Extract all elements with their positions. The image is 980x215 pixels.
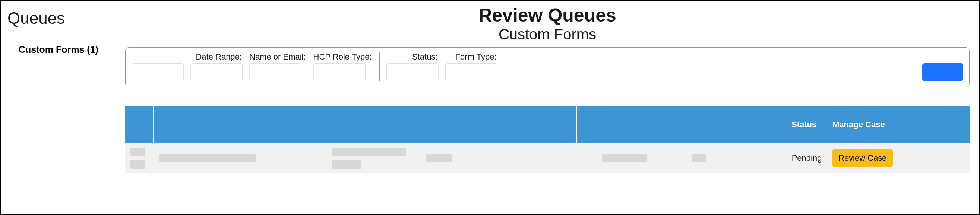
- td-status-value: Pending: [786, 143, 827, 173]
- th-col-9: [597, 106, 686, 143]
- redacted-value: [130, 148, 145, 156]
- table-row: Pending Review Case: [125, 143, 970, 173]
- td-col-6: [464, 143, 541, 173]
- status-input[interactable]: [387, 63, 439, 81]
- filter-group-right: Status: Form Type:: [380, 52, 498, 81]
- review-case-button[interactable]: Review Case: [832, 149, 893, 168]
- filter-form-type: Form Type:: [445, 52, 498, 81]
- sidebar-item-custom-forms[interactable]: Custom Forms (1): [8, 44, 115, 55]
- filter-date-from: [132, 52, 184, 81]
- th-col-11: [746, 106, 786, 143]
- label-spacer: [132, 52, 184, 62]
- td-col-4: [326, 143, 421, 173]
- td-col-2: [154, 143, 295, 173]
- page-title: Review Queues: [125, 5, 970, 26]
- sidebar-title: Queues: [8, 9, 115, 33]
- td-col-1: [125, 143, 154, 173]
- date-from-input[interactable]: [132, 63, 184, 81]
- filter-group-left: Date Range: Name or Email: HCP Role Type…: [132, 52, 380, 81]
- redacted-value: [426, 154, 452, 162]
- td-col-9: [597, 143, 686, 173]
- td-col-3: [295, 143, 326, 173]
- redacted-value: [692, 154, 706, 162]
- form-type-input[interactable]: [445, 63, 498, 81]
- date-range-label: Date Range:: [191, 52, 243, 62]
- name-email-input[interactable]: [249, 63, 301, 81]
- redacted-value: [130, 160, 145, 169]
- td-col-11: [746, 143, 786, 173]
- th-col-6: [464, 106, 541, 143]
- td-col-10: [686, 143, 746, 173]
- main-content: Review Queues Custom Forms Date Range: N…: [121, 2, 978, 213]
- form-type-label: Form Type:: [445, 52, 498, 62]
- sidebar: Queues Custom Forms (1): [2, 2, 121, 213]
- th-status: Status: [786, 106, 827, 143]
- td-col-7: [541, 143, 577, 173]
- filter-status: Status:: [387, 52, 439, 81]
- date-to-input[interactable]: [191, 63, 243, 81]
- th-col-7: [541, 106, 577, 143]
- filter-name-email: Name or Email:: [249, 52, 307, 81]
- th-col-3: [295, 106, 326, 143]
- th-manage-case: Manage Case: [827, 106, 970, 143]
- th-col-8: [577, 106, 597, 143]
- table-header-row: Status Manage Case: [125, 106, 970, 143]
- th-col-5: [421, 106, 464, 143]
- hcp-role-label: HCP Role Type:: [313, 52, 372, 62]
- name-email-label: Name or Email:: [249, 52, 307, 62]
- filter-date-to: Date Range:: [191, 52, 243, 81]
- status-label: Status:: [387, 52, 439, 62]
- redacted-value: [159, 154, 256, 162]
- th-col-4: [326, 106, 421, 143]
- hcp-role-input[interactable]: [313, 63, 366, 81]
- results-table: Status Manage Case: [125, 106, 970, 173]
- page-subtitle: Custom Forms: [125, 26, 970, 43]
- redacted-value: [602, 154, 647, 162]
- td-manage-case: Review Case: [827, 143, 970, 173]
- td-col-8: [577, 143, 597, 173]
- th-col-10: [686, 106, 746, 143]
- td-col-5: [421, 143, 464, 173]
- filter-panel: Date Range: Name or Email: HCP Role Type…: [125, 47, 970, 87]
- filter-hcp-role: HCP Role Type:: [313, 52, 372, 81]
- th-col-2: [154, 106, 295, 143]
- redacted-value: [332, 160, 361, 169]
- redacted-value: [332, 148, 406, 156]
- th-col-1: [125, 106, 154, 143]
- filter-submit-button[interactable]: [922, 63, 963, 81]
